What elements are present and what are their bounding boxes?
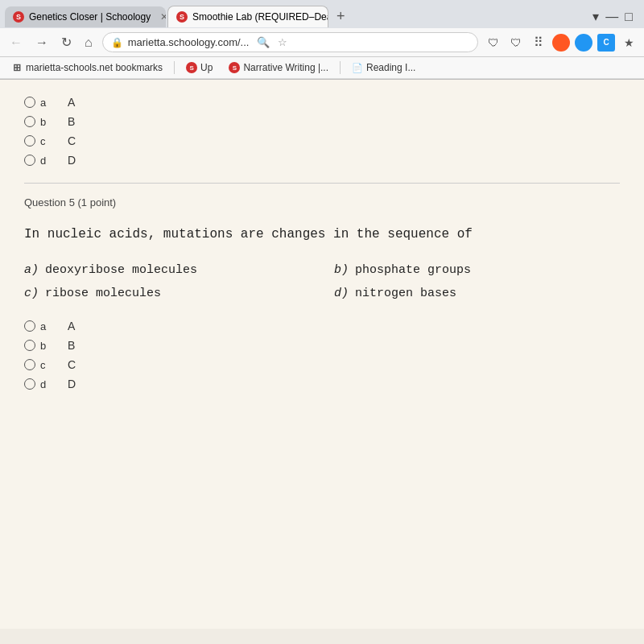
tab-favicon-smoothie: S xyxy=(176,11,188,23)
back-button[interactable]: ← xyxy=(6,34,26,52)
choice-text-d: nitrogen bases xyxy=(355,287,456,300)
answer-option-a-prev: a A xyxy=(24,96,620,109)
bookmark-favicon-reading: 📄 xyxy=(352,62,363,73)
bookmark-up[interactable]: S Up xyxy=(181,60,217,75)
answer-letter-d-prev: d xyxy=(40,155,52,167)
window-controls: ▾ — □ xyxy=(592,9,639,24)
search-icon: 🔍 xyxy=(257,36,270,48)
answer-letter-d: d xyxy=(40,378,52,390)
tab-genetics[interactable]: S Genetics Closer | Schoology ✕ xyxy=(5,6,166,27)
answer-label-b-prev: B xyxy=(68,115,75,128)
profile-grid-icon[interactable]: ⠿ xyxy=(530,34,547,52)
radio-circle-b xyxy=(24,340,35,351)
radio-b-prev[interactable]: b xyxy=(24,116,52,128)
forward-button[interactable]: → xyxy=(32,34,52,52)
question-points: (1 point) xyxy=(78,196,117,208)
answer-label-d: D xyxy=(68,378,76,390)
answer-letter-c: c xyxy=(40,359,52,371)
question-header: Question 5 (1 point) xyxy=(24,196,620,208)
answer-option-d-prev: d D xyxy=(24,154,620,167)
bookmark-label-marietta: marietta-schools.net bookmarks xyxy=(26,62,163,73)
bookmark-favicon-up: S xyxy=(186,62,197,73)
radio-b[interactable]: b xyxy=(24,340,52,352)
answer-option-b-prev: b B xyxy=(24,115,620,128)
bookmark-separator-2 xyxy=(340,61,341,74)
radio-a[interactable]: a xyxy=(24,320,52,332)
bookmark-icon[interactable]: ★ xyxy=(620,34,638,52)
bookmarks-bar: ⊞ marietta-schools.net bookmarks S Up S … xyxy=(0,57,644,79)
shield-icon-2: 🛡 xyxy=(507,34,525,52)
nav-icons: 🛡 🛡 ⠿ C ★ xyxy=(485,34,638,52)
answer-letter-c-prev: c xyxy=(40,135,52,147)
maximize-icon[interactable]: □ xyxy=(625,10,633,24)
answer-label-c: C xyxy=(68,358,76,371)
nav-bar: ← → ↻ ⌂ 🔒 marietta.schoology.com/... 🔍 ☆… xyxy=(0,28,644,57)
answer-options-bottom: a A b B c C d xyxy=(24,320,620,390)
new-tab-button[interactable]: + xyxy=(330,5,352,28)
answer-letter-a-prev: a xyxy=(40,97,52,109)
answer-choices: a) deoxyribose molecules b) phosphate gr… xyxy=(24,263,620,300)
choice-c: c) ribose molecules xyxy=(24,287,310,300)
choice-text-a: deoxyribose molecules xyxy=(45,263,197,277)
bookmark-narrative[interactable]: S Narrative Writing |... xyxy=(224,60,333,75)
shield-icon-1: 🛡 xyxy=(485,34,502,52)
radio-a-prev[interactable]: a xyxy=(24,97,52,109)
choice-d: d) nitrogen bases xyxy=(334,287,620,300)
answer-label-a-prev: A xyxy=(68,96,75,109)
answer-letter-b: b xyxy=(40,340,52,352)
radio-circle-c xyxy=(24,359,35,370)
radio-circle-d-prev xyxy=(24,155,35,166)
tab-bar: S Genetics Closer | Schoology ✕ S Smooth… xyxy=(0,0,644,28)
extension-icon[interactable]: C xyxy=(597,34,615,52)
minimize-icon[interactable]: — xyxy=(605,10,618,24)
bookmark-favicon-marietta: ⊞ xyxy=(11,62,23,73)
answer-letter-b-prev: b xyxy=(40,116,52,128)
radio-circle-c-prev xyxy=(24,135,35,147)
profile-icon-1 xyxy=(552,34,570,52)
question-divider xyxy=(24,183,620,184)
radio-d[interactable]: d xyxy=(24,378,52,390)
bookmark-marietta[interactable]: ⊞ marietta-schools.net bookmarks xyxy=(6,60,167,75)
page-content: a A b B c C d D xyxy=(0,80,644,629)
choice-letter-d: d) xyxy=(334,287,349,300)
choice-letter-a: a) xyxy=(24,263,39,277)
bookmark-separator xyxy=(174,61,175,74)
radio-circle-d xyxy=(24,378,35,390)
reload-button[interactable]: ↻ xyxy=(58,33,75,52)
bookmark-label-narrative: Narrative Writing |... xyxy=(243,62,328,73)
tab-close-genetics[interactable]: ✕ xyxy=(155,11,166,23)
question-text: In nucleic acids, mutations are changes … xyxy=(24,225,620,244)
address-text: marietta.schoology.com/... xyxy=(128,36,250,48)
answer-option-c-prev: c C xyxy=(24,134,620,147)
choice-text-b: phosphate groups xyxy=(355,263,471,277)
star-icon: ☆ xyxy=(278,36,287,48)
radio-d-prev[interactable]: d xyxy=(24,155,52,167)
choice-letter-c: c) xyxy=(24,287,39,300)
question-5: Question 5 (1 point) In nucleic acids, m… xyxy=(24,196,620,390)
browser-chrome: S Genetics Closer | Schoology ✕ S Smooth… xyxy=(0,0,644,80)
answer-label-d-prev: D xyxy=(68,154,76,167)
bookmark-reading[interactable]: 📄 Reading I... xyxy=(347,60,420,75)
dropdown-icon[interactable]: ▾ xyxy=(592,9,599,24)
tab-label-genetics: Genetics Closer | Schoology xyxy=(29,11,151,23)
choice-letter-b: b) xyxy=(334,263,349,277)
radio-circle-a xyxy=(24,320,35,332)
choice-a: a) deoxyribose molecules xyxy=(24,263,310,277)
address-bar[interactable]: 🔒 marietta.schoology.com/... 🔍 ☆ xyxy=(102,32,478,52)
bookmark-favicon-narrative: S xyxy=(229,62,240,73)
choice-b: b) phosphate groups xyxy=(334,263,620,277)
question-number: Question 5 xyxy=(24,196,75,208)
answer-letter-a: a xyxy=(40,320,52,332)
lock-icon: 🔒 xyxy=(111,37,123,48)
home-button[interactable]: ⌂ xyxy=(81,34,96,52)
radio-c-prev[interactable]: c xyxy=(24,135,52,147)
radio-circle-a-prev xyxy=(24,97,35,108)
tab-smoothie[interactable]: S Smoothie Lab (REQUIRED–Dea ✕ xyxy=(167,6,328,27)
radio-c[interactable]: c xyxy=(24,359,52,371)
prev-question-answers: a A b B c C d D xyxy=(24,96,620,167)
choice-text-c: ribose molecules xyxy=(45,287,161,300)
answer-label-b: B xyxy=(68,339,75,352)
answer-option-d: d D xyxy=(24,378,620,390)
bookmark-label-reading: Reading I... xyxy=(366,62,415,73)
answer-option-c: c C xyxy=(24,358,620,371)
